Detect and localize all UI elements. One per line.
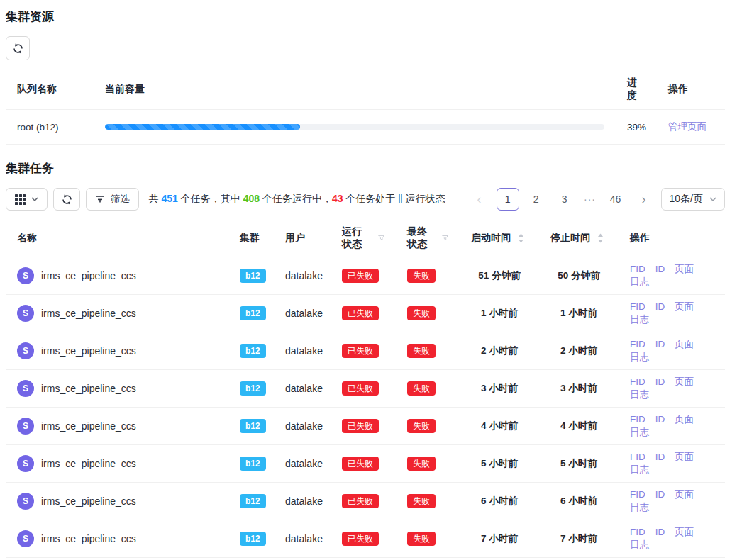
page-size-value: 10条/页 — [670, 193, 703, 206]
id-link[interactable]: ID — [655, 489, 665, 500]
fid-link[interactable]: FID — [630, 452, 645, 462]
final-status-badge: 失败 — [407, 494, 436, 508]
id-link[interactable]: ID — [655, 301, 665, 312]
column-sorter-icon[interactable] — [597, 233, 604, 243]
chevron-down-icon — [31, 197, 38, 201]
refresh-tasks-button[interactable] — [53, 188, 80, 211]
fid-link[interactable]: FID — [630, 301, 645, 312]
log-link[interactable]: 日志 — [630, 464, 649, 475]
start-time: 4 小时前 — [481, 420, 518, 431]
header-final-status: 最终状态 — [396, 220, 460, 257]
final-status-badge: 失败 — [407, 457, 436, 471]
task-name: irms_ce_pipeline_ccs — [41, 420, 136, 432]
task-name: irms_ce_pipeline_ccs — [41, 308, 136, 319]
page-link[interactable]: 页面 — [675, 376, 694, 387]
table-row: S irms_ce_pipeline_ccs b12 datalake 已失败 … — [6, 483, 725, 520]
stop-time: 3 小时前 — [560, 383, 597, 393]
fid-link[interactable]: FID — [630, 376, 645, 387]
task-name: irms_ce_pipeline_ccs — [41, 383, 136, 394]
fid-link[interactable]: FID — [630, 527, 645, 537]
log-link[interactable]: 日志 — [630, 427, 649, 437]
log-link[interactable]: 日志 — [630, 314, 649, 325]
log-link[interactable]: 日志 — [630, 352, 649, 362]
refresh-icon — [13, 43, 23, 54]
log-link[interactable]: 日志 — [630, 389, 649, 400]
log-link[interactable]: 日志 — [630, 502, 649, 513]
table-row: S irms_ce_pipeline_ccs b12 datalake 已失败 … — [6, 295, 725, 332]
header-progress: 进度 — [616, 69, 657, 110]
run-status-badge: 已失败 — [342, 457, 379, 471]
column-filter-icon[interactable] — [378, 234, 384, 242]
page-button-3[interactable]: 3 — [553, 188, 576, 211]
user-name: datalake — [285, 270, 323, 281]
page-link[interactable]: 页面 — [675, 489, 694, 500]
filter-button[interactable]: 筛选 — [86, 188, 139, 211]
header-stop-time: 停止时间 — [539, 220, 619, 257]
id-link[interactable]: ID — [655, 527, 665, 537]
user-name: datalake — [285, 383, 323, 394]
page-link[interactable]: 页面 — [675, 452, 694, 462]
next-page-button[interactable]: › — [633, 188, 655, 211]
id-link[interactable]: ID — [655, 414, 665, 425]
id-link[interactable]: ID — [655, 376, 665, 387]
fid-link[interactable]: FID — [630, 264, 645, 274]
start-time: 1 小时前 — [481, 308, 518, 318]
page-link[interactable]: 页面 — [675, 264, 694, 274]
running-tasks-count: 408 — [243, 193, 260, 204]
fid-link[interactable]: FID — [630, 414, 645, 425]
page-size-select[interactable]: 10条/页 — [661, 188, 725, 211]
stop-time: 4 小时前 — [560, 420, 597, 431]
cluster-tag: b12 — [240, 419, 266, 433]
refresh-resources-button[interactable] — [6, 36, 30, 60]
manage-page-link[interactable]: 管理页面 — [668, 121, 706, 132]
id-link[interactable]: ID — [655, 264, 665, 274]
stop-time: 1 小时前 — [560, 308, 597, 318]
column-filter-icon[interactable] — [442, 234, 448, 242]
user-name: datalake — [285, 420, 323, 432]
header-resource-actions: 操作 — [657, 69, 725, 110]
tasks-header-row: 名称 集群 用户 运行状态 最终状态 启动时 — [6, 220, 725, 257]
id-link[interactable]: ID — [655, 339, 665, 349]
user-name: datalake — [285, 495, 323, 507]
pagination-ellipsis[interactable]: ··· — [582, 194, 599, 205]
cluster-tasks-title: 集群任务 — [6, 162, 725, 176]
fid-link[interactable]: FID — [630, 339, 645, 349]
cluster-tag: b12 — [240, 306, 266, 320]
page-button-1[interactable]: 1 — [497, 188, 519, 211]
start-time: 6 小时前 — [481, 495, 518, 506]
final-status-badge: 失败 — [407, 381, 436, 396]
table-row: S irms_ce_pipeline_ccs b12 datalake 已失败 … — [6, 370, 725, 408]
page-button-last[interactable]: 46 — [604, 188, 627, 211]
pagination-top: ‹ 1 2 3 ··· 46 › 10条/页 — [468, 188, 725, 211]
page: 集群资源 队列名称 当前容量 进度 操作 r — [0, 0, 737, 560]
header-run-status: 运行状态 — [331, 220, 396, 257]
page-link[interactable]: 页面 — [675, 414, 694, 425]
task-name: irms_ce_pipeline_ccs — [41, 345, 136, 357]
start-time: 5 小时前 — [481, 458, 518, 469]
task-name: irms_ce_pipeline_ccs — [41, 270, 136, 281]
header-capacity: 当前容量 — [94, 69, 616, 110]
total-tasks-count: 451 — [162, 193, 178, 204]
run-status-badge: 已失败 — [342, 419, 379, 433]
table-row: S irms_ce_pipeline_ccs b12 datalake 已失败 … — [6, 257, 725, 295]
log-link[interactable]: 日志 — [630, 539, 649, 550]
view-mode-dropdown-button[interactable] — [6, 188, 48, 211]
stop-time: 5 小时前 — [560, 458, 597, 469]
id-link[interactable]: ID — [655, 452, 665, 462]
prev-page-button[interactable]: ‹ — [468, 188, 491, 211]
table-row: S irms_ce_pipeline_ccs b12 datalake 已失败 … — [6, 520, 725, 558]
log-link[interactable]: 日志 — [630, 276, 649, 287]
fid-link[interactable]: FID — [630, 489, 645, 500]
header-queue-name: 队列名称 — [6, 69, 94, 110]
final-status-badge: 失败 — [407, 306, 436, 320]
page-link[interactable]: 页面 — [675, 339, 694, 349]
table-row: S irms_ce_pipeline_ccs b12 datalake 已失败 … — [6, 332, 725, 370]
page-link[interactable]: 页面 — [675, 301, 694, 312]
cluster-resources-toolbar — [6, 36, 725, 60]
tasks-table-body: S irms_ce_pipeline_ccs b12 datalake 已失败 … — [6, 257, 725, 560]
page-link[interactable]: 页面 — [675, 527, 694, 537]
page-button-2[interactable]: 2 — [525, 188, 548, 211]
cluster-tasks-toolbar: 筛选 共 451 个任务，其中 408 个任务运行中，43 个任务处于非运行状态… — [6, 188, 725, 211]
column-sorter-icon[interactable] — [518, 233, 524, 243]
run-status-badge: 已失败 — [342, 306, 379, 320]
